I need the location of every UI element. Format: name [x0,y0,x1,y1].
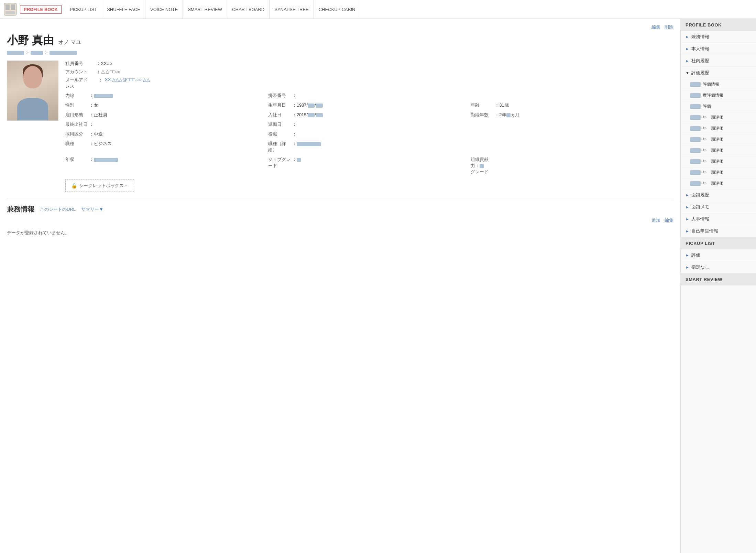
nav-chart-board[interactable]: CHART BOARD [227,0,270,19]
label-account: アカウント [65,69,96,75]
top-actions: 編集 削除 [7,24,673,30]
nav-shuffle-face[interactable]: SHUFFLE FACE [102,0,145,19]
sidebar-sub-hyoka[interactable]: 評価 [681,101,756,112]
detail-taishoku: 退職日 ： [268,120,471,129]
nav-synapse-tree[interactable]: SYNAPSE TREE [270,0,314,19]
sidebar-sub-kihyoka-1[interactable]: 年 期評価 [681,112,756,123]
sidebar-item-mendanrekishi[interactable]: ► 面談履歴 [681,189,756,201]
sidebar-label: 本人情報 [691,46,709,52]
profile-name-kanji: 小野 真由 [7,33,54,48]
summary-link[interactable]: サマリー▼ [81,206,103,213]
sidebar-sub-label: 年 期評価 [703,126,723,131]
sidebar-sub-kihyoka-6[interactable]: 年 期評価 [681,167,756,178]
sidebar-sub-label: 年 期評価 [703,170,723,175]
sidebar-item-jinji[interactable]: ► 人事情報 [681,213,756,225]
arrow-icon: ► [686,193,689,197]
breadcrumb-1[interactable] [7,50,24,55]
sidebar-sub-dohyoka[interactable]: 度評価情報 [681,90,756,101]
value-account: ：△△□□○○ [96,69,120,75]
detail-saiyo: 採用区分 ：中途 [65,130,268,138]
sidebar-sub-kihyoka-5[interactable]: 年 期評価 [681,156,756,167]
sidebar-item-hyoka-pickup[interactable]: ► 評価 [681,249,756,261]
badge [690,137,701,142]
value-employee-number: ：XX○○ [96,61,112,67]
sidebar-sub-kihyoka-7[interactable]: 年 期評価 [681,178,756,189]
lock-icon: 🔒 [71,183,77,188]
detail-shokushu-detail: 職種（詳細） ： [268,140,471,154]
detail-kinzoku: 勤続年数 ：2年ヵ月 [471,111,673,119]
sidebar-sub-label: 年 期評価 [703,115,723,120]
sidebar-sub-label: 年 期評価 [703,159,723,164]
edit-link[interactable]: 編集 [651,24,660,30]
detail-keitai: 携帯番号 ： [268,91,471,100]
layout: 編集 削除 小野 真由 オノ マユ > > [0,19,756,553]
sidebar-section-profile-book: PROFILE BOOK [681,19,756,31]
detail-saishuu: 最終出社日 ： [65,120,268,129]
detail-nenshu: 年収 ： [65,155,268,176]
svg-rect-1 [6,4,10,10]
badge [690,148,701,153]
breadcrumb-2[interactable] [31,50,43,55]
sidebar-item-mendanmemo[interactable]: ► 面談メモ [681,201,756,213]
nav-profile-book[interactable]: PROFILE BOOK [20,5,62,14]
logo [3,2,17,16]
sidebar-label: 自己申告情報 [691,228,718,234]
sidebar-label: 社内履歴 [691,58,709,64]
badge [690,104,701,109]
label-employee-number: 社員番号 [65,61,96,67]
sidebar-label: 兼務情報 [691,34,709,40]
arrow-down-icon: ▼ [686,71,689,75]
profile-name-kana: オノ マユ [58,39,81,46]
badge [690,170,701,175]
detail-gender: 性別 ：女 [65,101,268,109]
nav-smart-review[interactable]: SMART REVIEW [183,0,227,19]
arrow-icon: ► [686,217,689,221]
sidebar-label: 指定なし [691,264,709,270]
sidebar-sub-label: 年 期評価 [703,137,723,142]
empty-message: データが登録されていません。 [7,226,673,239]
sheet-url-link[interactable]: このシートのURL [40,206,76,213]
sidebar-sub-kihyoka-2[interactable]: 年 期評価 [681,123,756,134]
sidebar-section-pickup-list: PICKUP LIST [681,237,756,249]
badge [690,93,701,98]
sidebar-label: 評価履歴 [691,70,709,76]
arrow-icon: ► [686,35,689,39]
main-content: 編集 削除 小野 真由 オノ マユ > > [0,19,680,245]
detail-account: アカウント ：△△□□○○ [65,69,673,75]
section-edit-link[interactable]: 編集 [665,217,673,224]
kenmujouhou-header: 兼務情報 このシートのURL サマリー▼ [7,205,673,214]
add-link[interactable]: 追加 [651,217,660,224]
sidebar-item-honinjouhou[interactable]: ► 本人情報 [681,43,756,55]
sidebar-item-kenmujouhou[interactable]: ► 兼務情報 [681,31,756,43]
sidebar-sub-label: 年 期評価 [703,148,723,153]
detail-nyusha: 入社日 ：2015// [268,111,471,119]
breadcrumb-3[interactable] [50,50,77,55]
sidebar-item-shanairekishi[interactable]: ► 社内履歴 [681,55,756,67]
sidebar-label: 面談メモ [691,204,709,210]
sidebar-sub-label: 評価情報 [703,82,719,87]
sidebar-sub-kihyoka-4[interactable]: 年 期評価 [681,145,756,156]
sidebar-item-jikoshinkok[interactable]: ► 自己申告情報 [681,225,756,237]
nav: PROFILE BOOK PICKUP LIST SHUFFLE FACE VO… [20,0,360,19]
badge [690,126,701,131]
svg-rect-2 [11,4,15,10]
sidebar-label: 評価 [691,252,700,258]
secret-box[interactable]: 🔒 シークレットボックス＋ [65,180,134,192]
sidebar-item-hyokarekishi[interactable]: ▼ 評価履歴 [681,67,756,79]
arrow-icon: ► [686,229,689,233]
sidebar-sub-hyokajouhou[interactable]: 評価情報 [681,79,756,90]
value-email[interactable]: XX.△△△@□□□.○○.△△ [105,77,150,82]
svg-rect-3 [6,11,15,14]
detail-jobgrade: ジョブグレード ： [268,155,471,176]
breadcrumb: > > [7,50,673,55]
profile-photo [7,61,58,121]
nav-voice-note[interactable]: VOICE NOTE [145,0,183,19]
sidebar-item-shiteinashi[interactable]: ► 指定なし [681,261,756,273]
nav-pickup-list[interactable]: PICKUP LIST [65,0,102,19]
delete-link[interactable]: 削除 [665,24,673,30]
nav-checkup-cabin[interactable]: CHECKUP CABIN [314,0,361,19]
arrow-icon: ► [686,253,689,257]
sidebar-sub-kihyoka-3[interactable]: 年 期評価 [681,134,756,145]
arrow-icon: ► [686,47,689,51]
badge [690,159,701,164]
